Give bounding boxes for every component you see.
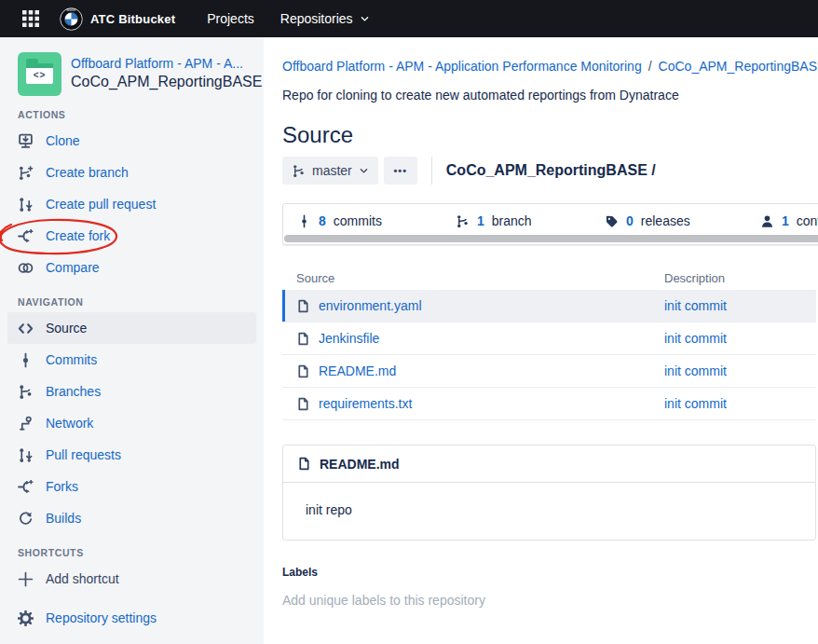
- repo-stats-card: 8commits 1branch 0releases 1contributors: [282, 203, 818, 245]
- repo-path[interactable]: CoCo_APM_ReportingBASE /: [446, 162, 656, 179]
- labels-placeholder[interactable]: Add unique labels to this repository: [282, 593, 818, 608]
- compare-icon: [18, 260, 34, 276]
- gear-icon: [18, 610, 34, 626]
- file-icon: [296, 332, 310, 346]
- plus-icon: [18, 571, 34, 587]
- file-icon: [296, 299, 310, 313]
- section-label-actions: ACTIONS: [18, 109, 264, 120]
- app-switcher-icon[interactable]: [15, 4, 47, 34]
- project-link[interactable]: Offboard Platform - APM - A...: [71, 56, 251, 71]
- commit-icon: [18, 352, 34, 368]
- file-table-header: Source Description: [282, 266, 816, 290]
- top-navigation: Projects Repositories: [196, 4, 380, 34]
- nav-projects[interactable]: Projects: [196, 4, 266, 34]
- bitbucket-home-link[interactable]: BMW ATC Bitbucket: [60, 7, 175, 31]
- commit-message-link[interactable]: init commit: [664, 298, 727, 313]
- clone-icon: [18, 133, 34, 149]
- sidebar-item-create-branch[interactable]: Create branch: [0, 157, 264, 188]
- file-icon: [296, 397, 310, 411]
- bmw-logo-icon: BMW: [60, 7, 83, 31]
- column-header-description: Description: [664, 271, 725, 285]
- sidebar-item-network[interactable]: Network: [0, 407, 264, 439]
- chevron-down-icon: [360, 14, 370, 24]
- create-branch-icon: [18, 165, 34, 181]
- file-link[interactable]: Jenkinsfile: [319, 331, 379, 346]
- repo-avatar[interactable]: <>: [18, 52, 61, 96]
- person-icon: [760, 214, 774, 228]
- top-app-bar: BMW ATC Bitbucket Projects Repositories: [0, 0, 818, 37]
- nav-repositories[interactable]: Repositories: [269, 4, 381, 34]
- sidebar-item-create-fork[interactable]: Create fork: [0, 220, 264, 252]
- branch-icon: [18, 384, 34, 400]
- sidebar-item-pull-requests[interactable]: Pull requests: [0, 439, 264, 471]
- file-link[interactable]: environment.yaml: [319, 298, 422, 313]
- fork-icon: [18, 228, 34, 244]
- readme-header: README.md: [283, 445, 815, 483]
- fork-icon: [18, 479, 34, 495]
- file-icon: [297, 457, 311, 471]
- stat-contributors[interactable]: 1contributors: [760, 212, 818, 229]
- commit-icon: [297, 214, 311, 228]
- branch-icon: [456, 214, 470, 228]
- page-title: Source: [282, 121, 818, 149]
- breadcrumb-separator: /: [648, 59, 652, 74]
- sidebar-item-builds[interactable]: Builds: [0, 502, 264, 534]
- sidebar-item-compare[interactable]: Compare: [0, 252, 264, 283]
- file-link[interactable]: requirements.txt: [319, 396, 412, 411]
- toolbar-divider: [431, 157, 432, 185]
- source-toolbar: master ••• CoCo_APM_ReportingBASE /: [282, 157, 818, 185]
- repo-description: Repo for cloning to create new automated…: [282, 88, 818, 103]
- pull-request-icon: [18, 447, 34, 463]
- breadcrumb-project-link[interactable]: Offboard Platform - APM - Application Pe…: [282, 59, 642, 74]
- branch-icon: [292, 164, 306, 178]
- stat-releases[interactable]: 0releases: [605, 212, 690, 229]
- commit-message-link[interactable]: init commit: [664, 396, 727, 411]
- file-table: Source Description environment.yaml init…: [282, 266, 816, 420]
- table-row[interactable]: environment.yaml init commit: [282, 290, 816, 322]
- commit-message-link[interactable]: init commit: [664, 363, 727, 378]
- sidebar-item-source[interactable]: Source: [7, 312, 256, 344]
- sidebar-item-clone[interactable]: Clone: [0, 125, 264, 157]
- table-row[interactable]: requirements.txt init commit: [282, 388, 816, 420]
- stat-commits[interactable]: 8commits: [297, 212, 382, 229]
- chevron-down-icon: [359, 166, 369, 176]
- horizontal-scrollbar[interactable]: [284, 235, 818, 242]
- main-content: Offboard Platform - APM - Application Pe…: [264, 37, 818, 644]
- stat-branches[interactable]: 1branch: [456, 212, 532, 229]
- pull-request-icon: [18, 197, 34, 212]
- file-icon: [296, 364, 310, 378]
- breadcrumb: Offboard Platform - APM - Application Pe…: [282, 59, 818, 74]
- readme-title: README.md: [320, 457, 400, 472]
- section-label-navigation: NAVIGATION: [18, 296, 264, 308]
- sidebar-item-branches[interactable]: Branches: [0, 376, 264, 407]
- app-title: ATC Bitbucket: [90, 12, 175, 26]
- section-label-shortcuts: SHORTCUTS: [18, 547, 264, 558]
- sidebar-item-add-shortcut[interactable]: Add shortcut: [0, 563, 264, 595]
- more-actions-button[interactable]: •••: [384, 157, 417, 185]
- repository-sidebar: <> Offboard Platform - APM - A... CoCo_A…: [0, 37, 264, 644]
- file-link[interactable]: README.md: [319, 363, 396, 378]
- branch-selector-button[interactable]: master: [282, 157, 378, 185]
- builds-icon: [18, 511, 34, 527]
- svg-text:BMW: BMW: [67, 7, 76, 12]
- code-icon: [18, 321, 34, 336]
- labels-heading: Labels: [282, 566, 818, 579]
- readme-content: init repo: [283, 483, 815, 540]
- sidebar-item-repository-settings[interactable]: Repository settings: [0, 602, 264, 634]
- breadcrumb-repo-link[interactable]: CoCo_APM_ReportingBASE: [659, 59, 818, 74]
- commit-message-link[interactable]: init commit: [664, 331, 727, 346]
- repo-header: <> Offboard Platform - APM - A... CoCo_A…: [0, 52, 264, 96]
- folder-code-icon: <>: [26, 63, 53, 84]
- readme-panel: README.md init repo: [282, 445, 816, 541]
- column-header-source: Source: [282, 271, 664, 285]
- network-icon: [18, 416, 34, 432]
- sidebar-item-forks[interactable]: Forks: [0, 471, 264, 502]
- sidebar-item-commits[interactable]: Commits: [0, 344, 264, 376]
- table-row[interactable]: README.md init commit: [282, 355, 816, 388]
- repo-name: CoCo_APM_ReportingBASE: [71, 74, 251, 90]
- tag-icon: [605, 214, 619, 228]
- sidebar-item-create-pull-request[interactable]: Create pull request: [0, 188, 264, 220]
- table-row[interactable]: Jenkinsfile init commit: [282, 322, 816, 355]
